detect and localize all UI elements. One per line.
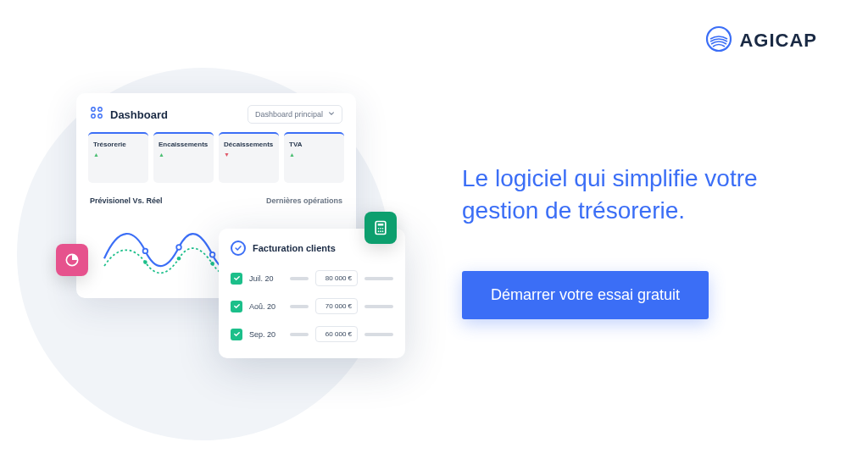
- facturation-month: Juil. 20: [249, 274, 283, 283]
- svg-point-5: [143, 249, 148, 254]
- tile-indicator: ▲: [289, 152, 339, 158]
- svg-point-20: [380, 230, 381, 232]
- facturation-month: Aoû. 20: [249, 302, 283, 311]
- svg-point-3: [92, 114, 95, 118]
- placeholder-bar: [364, 333, 393, 336]
- tile-label: Trésorerie: [93, 141, 143, 148]
- tile-label: Décaissements: [224, 141, 274, 148]
- facturation-row: Juil. 20 80 000 €: [219, 264, 405, 292]
- placeholder-bar: [290, 305, 309, 308]
- dashboard-header: Dashboard Dashboard principal: [76, 93, 356, 132]
- facturation-month: Sep. 20: [249, 330, 283, 339]
- facturation-title: Facturation clients: [253, 243, 336, 253]
- svg-point-9: [143, 260, 147, 264]
- checkbox-checked-icon[interactable]: [231, 301, 242, 312]
- svg-point-21: [382, 230, 384, 232]
- svg-point-10: [177, 257, 181, 261]
- svg-point-19: [378, 230, 380, 232]
- chevron-down-icon: [328, 110, 335, 119]
- tile-indicator: ▲: [159, 152, 209, 158]
- brand-name: AGICAP: [739, 30, 817, 52]
- facturation-amount[interactable]: 80 000 €: [315, 270, 358, 286]
- forecast-vs-actual-label: Prévisionel Vs. Réel: [90, 196, 163, 205]
- tile-tresorerie[interactable]: Trésorerie ▲: [88, 132, 148, 183]
- svg-point-17: [380, 228, 381, 229]
- tile-label: Encaissements: [159, 141, 209, 148]
- dashboard-title: Dashboard: [110, 108, 168, 121]
- dashboard-tiles: Trésorerie ▲ Encaissements ▲ Décaissemen…: [76, 132, 356, 191]
- tile-decaissements[interactable]: Décaissements ▼: [219, 132, 279, 183]
- calculator-badge-icon: [364, 212, 397, 244]
- check-circle-icon: [231, 241, 246, 256]
- svg-point-11: [210, 262, 214, 266]
- svg-point-7: [210, 252, 215, 257]
- svg-rect-15: [378, 224, 384, 226]
- tile-encaissements[interactable]: Encaissements ▲: [153, 132, 214, 183]
- facturation-amount[interactable]: 70 000 €: [315, 298, 358, 314]
- tile-indicator: ▲: [93, 152, 143, 158]
- facturation-card: Facturation clients Juil. 20 80 000 € Ao…: [219, 229, 405, 358]
- start-free-trial-button[interactable]: Démarrer votre essai gratuit: [462, 271, 709, 319]
- svg-point-18: [382, 228, 384, 229]
- placeholder-bar: [364, 305, 393, 308]
- checkbox-checked-icon[interactable]: [231, 329, 242, 340]
- dashboard-subheader: Prévisionel Vs. Réel Dernières opération…: [76, 191, 356, 205]
- svg-point-6: [176, 245, 181, 250]
- tile-indicator: ▼: [224, 152, 274, 158]
- placeholder-bar: [290, 333, 309, 336]
- svg-point-16: [378, 228, 380, 229]
- dashboard-selector-label: Dashboard principal: [255, 110, 323, 119]
- checkbox-checked-icon[interactable]: [231, 273, 242, 285]
- svg-point-4: [98, 114, 102, 118]
- tile-tva[interactable]: TVA ▲: [284, 132, 344, 183]
- dashboard-title-wrap: Dashboard: [90, 106, 168, 123]
- hero-headline: Le logiciel qui simplifie votre gestion …: [462, 163, 818, 227]
- grid-icon: [90, 106, 103, 123]
- facturation-row: Aoû. 20 70 000 €: [219, 292, 405, 320]
- svg-point-2: [98, 108, 102, 111]
- dashboard-selector[interactable]: Dashboard principal: [248, 105, 342, 124]
- placeholder-bar: [364, 277, 393, 280]
- facturation-row: Sep. 20 60 000 €: [219, 320, 405, 348]
- pie-chart-badge-icon: [56, 244, 88, 276]
- last-operations-label: Dernières opérations: [266, 196, 342, 205]
- svg-point-1: [92, 108, 95, 111]
- tile-label: TVA: [289, 141, 339, 148]
- facturation-amount[interactable]: 60 000 €: [315, 326, 358, 342]
- brand-logo-icon: [705, 25, 732, 56]
- placeholder-bar: [290, 277, 309, 280]
- brand: AGICAP: [705, 25, 817, 56]
